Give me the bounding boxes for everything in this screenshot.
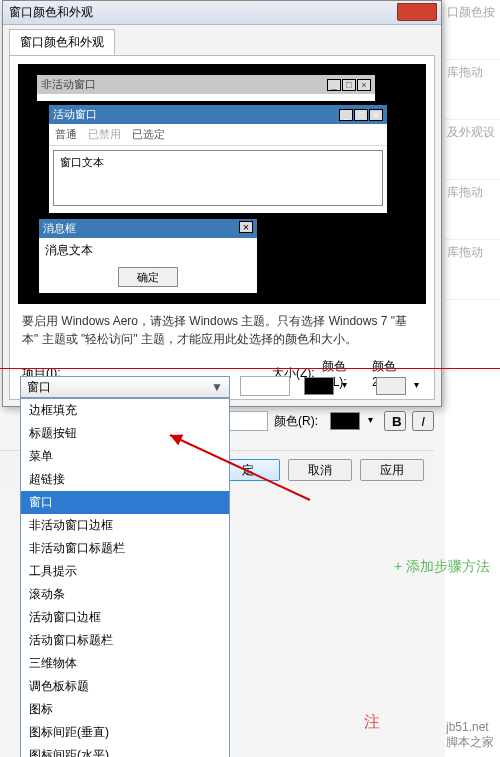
combo-option[interactable]: 调色板标题 — [21, 675, 229, 698]
add-step-link[interactable]: + 添加步骤方法 — [394, 558, 490, 576]
cancel-button[interactable]: 取消 — [288, 459, 352, 481]
combo-option[interactable]: 图标 — [21, 698, 229, 721]
side-text: 库拖动 — [445, 180, 500, 240]
msgbox-title: 消息框 — [43, 221, 76, 236]
item-combobox[interactable]: 窗口 ▼ 边框填充标题按钮菜单超链接窗口非活动窗口边框非活动窗口标题栏工具提示滚… — [20, 376, 230, 757]
window-text: 窗口文本 — [54, 151, 382, 174]
dialog-titlebar[interactable]: 窗口颜色和外观 — [3, 1, 441, 25]
close-icon: × — [239, 221, 253, 233]
menu-item: 普通 — [55, 128, 77, 140]
preview-area: 非活动窗口 _□× 活动窗口 _□× 普通 已禁用 已选定 窗口文本 — [18, 64, 426, 304]
combo-option[interactable]: 图标间距(垂直) — [21, 721, 229, 744]
color2-swatch[interactable] — [376, 377, 406, 395]
inactive-window-title: 非活动窗口 — [41, 77, 96, 92]
combo-option[interactable]: 窗口 — [21, 491, 229, 514]
size-spinner[interactable] — [240, 376, 290, 396]
preview-active-window: 活动窗口 _□× 普通 已禁用 已选定 窗口文本 — [48, 104, 388, 214]
note-text: 注 — [364, 712, 380, 733]
window-buttons: _□× — [326, 78, 371, 91]
maximize-icon: □ — [342, 79, 356, 91]
window-buttons: _□× — [338, 108, 383, 121]
dialog-title: 窗口颜色和外观 — [9, 4, 93, 21]
msgbox-ok-button: 确定 — [118, 267, 178, 287]
combo-option[interactable]: 三维物体 — [21, 652, 229, 675]
bold-button[interactable]: B — [384, 411, 406, 431]
menu-item: 已选定 — [132, 128, 165, 140]
combo-option[interactable]: 非活动窗口边框 — [21, 514, 229, 537]
font-color-swatch[interactable] — [330, 412, 360, 430]
combo-option[interactable]: 滚动条 — [21, 583, 229, 606]
italic-button[interactable]: I — [412, 411, 434, 431]
combo-option[interactable]: 非活动窗口标题栏 — [21, 537, 229, 560]
combo-selected[interactable]: 窗口 ▼ — [20, 376, 230, 398]
minimize-icon: _ — [339, 109, 353, 121]
preview-menu: 普通 已禁用 已选定 — [49, 124, 387, 146]
dialog-content: 非活动窗口 _□× 活动窗口 _□× 普通 已禁用 已选定 窗口文本 — [9, 55, 435, 400]
side-text: 及外观设 — [445, 120, 500, 180]
side-text: 口颜色按 — [445, 0, 500, 60]
tab-window-color[interactable]: 窗口颜色和外观 — [9, 29, 115, 55]
combo-option[interactable]: 菜单 — [21, 445, 229, 468]
combo-option[interactable]: 超链接 — [21, 468, 229, 491]
combo-value: 窗口 — [27, 379, 51, 396]
menu-item: 已禁用 — [88, 128, 121, 140]
close-icon: × — [369, 109, 383, 121]
combo-option[interactable]: 活动窗口边框 — [21, 606, 229, 629]
watermark: jb51.net脚本之家 — [446, 720, 494, 751]
side-text: 库拖动 — [445, 60, 500, 120]
combo-option[interactable]: 图标间距(水平) — [21, 744, 229, 757]
active-window-title: 活动窗口 — [53, 107, 97, 122]
color1-swatch[interactable] — [304, 377, 334, 395]
hint-text: 要启用 Windows Aero，请选择 Windows 主题。只有选择 Win… — [18, 304, 426, 356]
preview-inactive-window: 非活动窗口 _□× — [36, 74, 376, 102]
chevron-down-icon: ▼ — [211, 380, 223, 394]
preview-msgbox: 消息框 × 消息文本 确定 — [38, 218, 258, 294]
window-color-dialog: 窗口颜色和外观 窗口颜色和外观 非活动窗口 _□× 活动窗口 _□× 普通 已禁 — [2, 0, 442, 407]
combo-option[interactable]: 标题按钮 — [21, 422, 229, 445]
fcolor-label: 颜色(R): — [274, 413, 324, 430]
apply-button[interactable]: 应用 — [360, 459, 424, 481]
combo-option[interactable]: 边框填充 — [21, 399, 229, 422]
annotation-line — [0, 368, 500, 369]
close-icon[interactable] — [397, 3, 437, 21]
font-size-spinner[interactable] — [228, 411, 268, 431]
combo-dropdown: 边框填充标题按钮菜单超链接窗口非活动窗口边框非活动窗口标题栏工具提示滚动条活动窗… — [20, 398, 230, 757]
combo-option[interactable]: 工具提示 — [21, 560, 229, 583]
combo-option[interactable]: 活动窗口标题栏 — [21, 629, 229, 652]
background-sidebar: 口颜色按 库拖动 及外观设 库拖动 库拖动 — [445, 0, 500, 757]
minimize-icon: _ — [327, 79, 341, 91]
maximize-icon: □ — [354, 109, 368, 121]
msgbox-text: 消息文本 — [39, 238, 257, 263]
close-icon: × — [357, 79, 371, 91]
side-text: 库拖动 — [445, 240, 500, 300]
